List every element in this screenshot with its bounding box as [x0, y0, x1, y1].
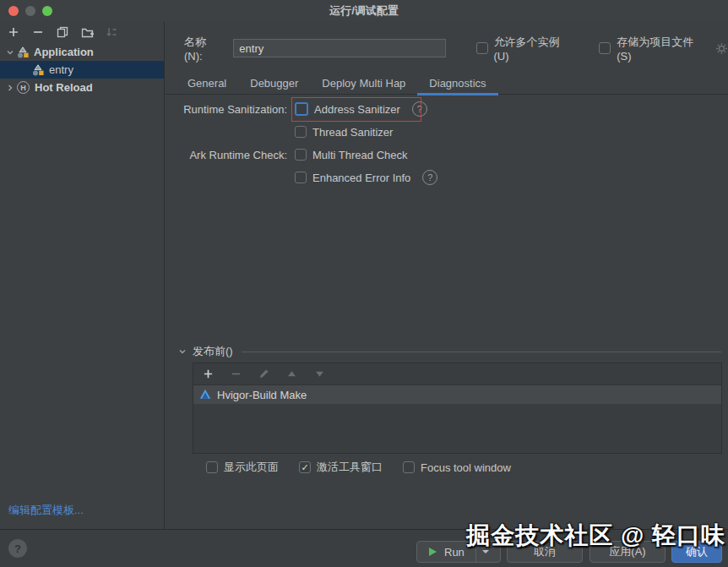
remove-task-icon[interactable]: [229, 368, 242, 381]
enhanced-error-info-row: Enhanced Error Info ?: [166, 166, 437, 188]
move-up-icon[interactable]: [285, 368, 298, 381]
edit-task-icon[interactable]: [257, 368, 270, 381]
activate-tool-window-checkbox[interactable]: 激活工具窗口: [299, 460, 383, 475]
checkbox-label: Enhanced Error Info: [312, 172, 410, 184]
show-this-page-checkbox[interactable]: 显示此页面: [206, 460, 279, 475]
chevron-down-icon[interactable]: [3, 48, 17, 57]
name-row: 名称(N): 允许多个实例(U) 存储为项目文件(S): [184, 38, 728, 58]
edit-config-templates-link[interactable]: 编辑配置模板...: [8, 503, 84, 518]
move-down-icon[interactable]: [312, 368, 326, 381]
enhanced-error-info-checkbox[interactable]: Enhanced Error Info: [295, 172, 410, 184]
window-title: 运行/调试配置: [329, 3, 399, 19]
before-launch-header[interactable]: 发布前(): [177, 343, 721, 360]
close-button[interactable]: [8, 6, 19, 16]
runtime-sanitization-row: Runtime Sanitization: Address Sanitizer …: [166, 98, 427, 120]
config-main-panel: 名称(N): 允许多个实例(U) 存储为项目文件(S) General Debu…: [166, 21, 728, 529]
application-config-icon: [32, 64, 44, 76]
thread-sanitizer-row: Thread Sanitizer: [166, 121, 393, 143]
checkbox-box[interactable]: [476, 42, 488, 54]
before-launch-toolbar: [193, 363, 721, 385]
footer-options-row: 显示此页面 激活工具窗口 Focus tool window: [206, 460, 511, 475]
tree-item-label: entry: [49, 63, 73, 76]
checkbox-box[interactable]: [295, 102, 308, 116]
task-label: Hvigor-Build Make: [217, 389, 307, 401]
sort-configs-icon[interactable]: [105, 25, 118, 39]
sidebar-item-entry[interactable]: entry: [0, 61, 164, 79]
checkbox-label: 激活工具窗口: [317, 460, 383, 475]
hot-reload-icon: H: [17, 81, 30, 94]
chevron-right-icon[interactable]: [3, 84, 17, 92]
thread-sanitizer-checkbox[interactable]: Thread Sanitizer: [295, 126, 393, 139]
focus-tool-window-checkbox[interactable]: Focus tool window: [403, 461, 511, 474]
dialog-footer: ? Run 取消 应用(A) 确认: [0, 529, 728, 567]
new-folder-icon[interactable]: [80, 25, 94, 39]
tree-item-label: Hot Reload: [35, 81, 93, 94]
checkbox-label: 显示此页面: [224, 460, 279, 475]
checkbox-box[interactable]: [295, 149, 307, 161]
checkbox-label: Focus tool window: [421, 461, 511, 474]
hvigor-icon: [199, 389, 211, 401]
help-icon[interactable]: ?: [422, 170, 437, 185]
checkbox-label: Multi Thread Check: [312, 149, 407, 161]
application-config-icon: [17, 46, 29, 58]
sidebar-item-hot-reload[interactable]: H Hot Reload: [0, 79, 164, 96]
remove-config-icon[interactable]: [31, 25, 45, 39]
tab-diagnostics[interactable]: Diagnostics: [417, 72, 497, 94]
checkbox-box[interactable]: [299, 461, 311, 473]
traffic-lights: [8, 6, 52, 16]
chevron-down-icon[interactable]: [177, 347, 187, 356]
run-button-label: Run: [444, 546, 465, 559]
ok-button[interactable]: 确认: [671, 541, 722, 563]
run-split-divider: [475, 542, 476, 562]
checkbox-box[interactable]: [403, 461, 415, 473]
cancel-button[interactable]: 取消: [507, 541, 583, 563]
tab-debugger[interactable]: Debugger: [238, 72, 310, 94]
gear-icon[interactable]: [715, 42, 728, 55]
add-config-icon[interactable]: [7, 25, 20, 39]
store-as-project-file-checkbox[interactable]: 存储为项目文件(S): [599, 35, 705, 63]
sidebar-item-application[interactable]: Application: [0, 43, 164, 61]
checkbox-label: Thread Sanitizer: [312, 126, 393, 139]
multi-thread-check-checkbox[interactable]: Multi Thread Check: [295, 149, 407, 161]
checkbox-label: 存储为项目文件(S): [617, 35, 705, 63]
help-icon[interactable]: ?: [412, 101, 427, 117]
before-launch-panel: Hvigor-Build Make: [193, 363, 722, 454]
checkbox-box[interactable]: [295, 126, 307, 138]
name-label: 名称(N):: [184, 35, 223, 63]
add-task-icon[interactable]: [201, 368, 215, 381]
ark-runtime-check-row: Ark Runtime Check: Multi Thread Check: [166, 144, 407, 166]
config-tabs: General Debugger Deploy Multi Hap Diagno…: [166, 72, 728, 95]
play-icon: [429, 548, 437, 556]
checkbox-label: Address Sanitizer: [314, 103, 400, 116]
titlebar: 运行/调试配置: [0, 0, 728, 21]
zoom-button[interactable]: [42, 6, 52, 16]
chevron-down-icon[interactable]: [482, 550, 489, 553]
checkbox-label: 允许多个实例(U): [494, 35, 573, 63]
run-button[interactable]: Run: [416, 541, 501, 563]
tab-general[interactable]: General: [176, 72, 238, 94]
tab-deploy-multi-hap[interactable]: Deploy Multi Hap: [310, 72, 417, 94]
help-button[interactable]: ?: [8, 539, 27, 558]
minimize-button[interactable]: [25, 6, 35, 16]
checkbox-box[interactable]: [599, 42, 611, 54]
ark-runtime-check-label: Ark Runtime Check:: [166, 149, 287, 161]
config-sidebar: Application entry H Hot Reload 编辑配置模板...: [0, 21, 165, 529]
sidebar-toolbar: [0, 21, 164, 43]
runtime-sanitization-label: Runtime Sanitization:: [166, 103, 287, 116]
checkbox-box[interactable]: [295, 172, 307, 183]
before-launch-task-row[interactable]: Hvigor-Build Make: [193, 385, 721, 404]
section-divider: [242, 352, 721, 352]
apply-button[interactable]: 应用(A): [589, 541, 666, 563]
before-launch-title: 发布前(): [193, 344, 233, 359]
address-sanitizer-checkbox[interactable]: Address Sanitizer: [295, 102, 400, 116]
allow-multiple-instances-checkbox[interactable]: 允许多个实例(U): [476, 35, 573, 63]
run-debug-config-dialog: 运行/调试配置: [0, 0, 728, 567]
checkbox-box[interactable]: [206, 461, 218, 473]
copy-config-icon[interactable]: [56, 25, 69, 39]
name-input[interactable]: [233, 39, 445, 57]
tree-item-label: Application: [34, 46, 94, 58]
